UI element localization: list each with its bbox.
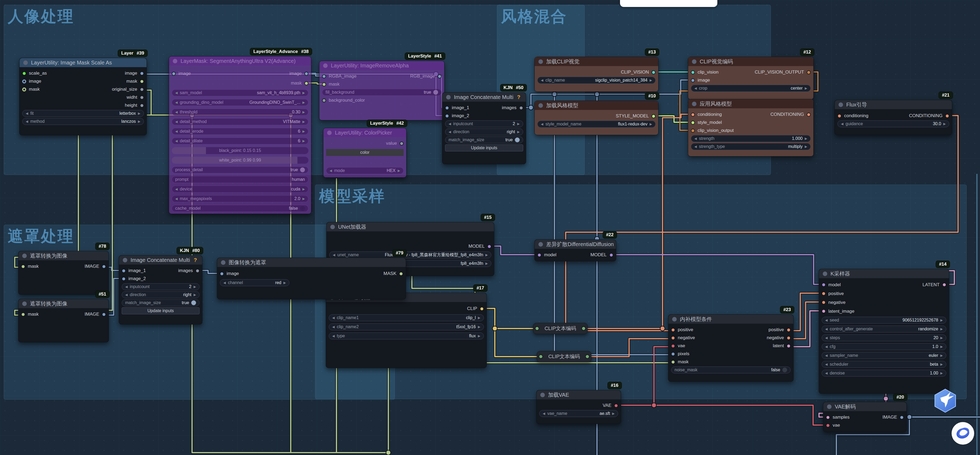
widget-inputcount[interactable]: ◀inputcount2▶ <box>445 120 523 127</box>
collapse-dot-icon[interactable] <box>540 393 545 397</box>
arrow-right-icon[interactable]: ▶ <box>302 91 305 95</box>
node-load-clip-vision[interactable]: 加载CLIP视觉#13CLIP_VISION◀clip_namesigclip_… <box>535 57 659 92</box>
toggle-dot[interactable] <box>191 301 196 305</box>
input-dot-RGBA_image[interactable] <box>322 74 326 78</box>
collapse-dot-icon[interactable] <box>22 254 27 258</box>
arrow-left-icon[interactable]: ◀ <box>825 363 827 366</box>
input-dot-image_2[interactable] <box>122 277 126 281</box>
arrow-left-icon[interactable]: ◀ <box>175 100 178 104</box>
collapse-dot-icon[interactable] <box>23 60 28 65</box>
toggle-dot[interactable] <box>433 90 438 95</box>
input-dot-image[interactable] <box>220 272 224 276</box>
node-titlebar[interactable]: 遮罩转换为图像 <box>19 299 108 308</box>
slider-widget[interactable]: black_point: 0.15 0.15 <box>172 147 309 154</box>
port-style_model[interactable]: style_model <box>691 120 722 125</box>
port-MODEL[interactable]: MODEL <box>469 244 492 249</box>
widget-denoise[interactable]: ◀denoise1.00▶ <box>822 370 946 377</box>
port-RGBA_image[interactable]: RGBA_image <box>322 73 356 79</box>
node-clip-text-encode-2[interactable]: CLIP文本编码 <box>537 351 591 362</box>
arrow-right-icon[interactable]: ▶ <box>302 110 305 114</box>
widget-crop[interactable]: ◀cropcenter▶ <box>691 85 811 92</box>
arrow-left-icon[interactable]: ◀ <box>25 119 28 123</box>
widget-clip_name[interactable]: ◀clip_namesigclip_vision_patch14_384▶ <box>537 77 655 84</box>
arrow-right-icon[interactable]: ▶ <box>940 371 943 375</box>
node-clip-text-encode-1[interactable]: CLIP文本编码 <box>533 323 588 334</box>
port-conditioning[interactable]: conditioning <box>837 113 869 118</box>
widget-match_image_size[interactable]: match_image_sizetrue <box>445 137 523 143</box>
input-dot-image[interactable] <box>22 80 26 83</box>
collapsed-input-dot[interactable] <box>535 326 539 331</box>
input-dot-mask[interactable] <box>671 360 675 364</box>
output-dot-latent[interactable] <box>787 344 791 348</box>
arrow-left-icon[interactable]: ◀ <box>825 371 827 375</box>
port-mask[interactable]: mask <box>21 312 39 317</box>
input-dot-positive[interactable] <box>822 291 826 296</box>
widget-noise_mask[interactable]: noise_maskfalse <box>671 366 791 374</box>
output-dot-negative[interactable] <box>787 336 791 340</box>
arrow-left-icon[interactable]: ◀ <box>175 110 178 114</box>
arrow-left-icon[interactable]: ◀ <box>332 316 335 320</box>
node-titlebar[interactable]: Image Concatenate Multi? <box>442 92 526 102</box>
arrow-right-icon[interactable]: ▶ <box>194 285 196 289</box>
arrow-right-icon[interactable]: ▶ <box>650 78 652 82</box>
arrow-right-icon[interactable]: ▶ <box>517 130 520 134</box>
port-clip_vision_output[interactable]: clip_vision_output <box>691 128 733 133</box>
port-mask[interactable]: mask <box>126 79 144 84</box>
arrow-right-icon[interactable]: ▶ <box>940 363 943 366</box>
arrow-left-icon[interactable]: ◀ <box>333 253 335 257</box>
widget-direction[interactable]: ◀directionright▶ <box>122 291 199 298</box>
port-clip_vision[interactable]: clip_vision <box>691 70 718 75</box>
arrow-left-icon[interactable]: ◀ <box>825 336 827 340</box>
input-dot-pixels[interactable] <box>671 352 675 356</box>
port-vae[interactable]: vae <box>671 343 685 348</box>
port-negative[interactable]: negative <box>822 300 845 305</box>
arrow-left-icon[interactable]: ◀ <box>175 129 178 133</box>
port-mask[interactable]: mask <box>322 81 340 87</box>
port-image[interactable]: image <box>220 271 239 276</box>
arrow-right-icon[interactable]: ▶ <box>302 120 305 124</box>
widget-cfg[interactable]: ◀cfg1.0▶ <box>822 343 946 350</box>
arrow-right-icon[interactable]: ▶ <box>478 316 480 320</box>
input-dot-background_color[interactable] <box>322 99 326 102</box>
button-update-inputs[interactable]: Update inputs <box>122 307 199 314</box>
output-dot-CLIP_VISION_OUTPUT[interactable] <box>807 70 811 74</box>
arrow-left-icon[interactable]: ◀ <box>825 354 827 357</box>
arrow-right-icon[interactable]: ▶ <box>940 327 943 331</box>
arrow-left-icon[interactable]: ◀ <box>125 285 127 289</box>
arrow-left-icon[interactable]: ◀ <box>175 120 178 124</box>
collapsed-output-dot[interactable] <box>585 355 590 359</box>
node-titlebar[interactable]: 遮罩转换为图像 <box>19 251 108 260</box>
port-CONDITIONING[interactable]: CONDITIONING <box>909 113 949 118</box>
output-dot-MODEL[interactable] <box>487 245 492 248</box>
port-height[interactable]: height <box>125 103 144 108</box>
collapsed-input-dot[interactable] <box>539 355 543 359</box>
port-positive[interactable]: positive <box>671 327 693 332</box>
arrow-left-icon[interactable]: ◀ <box>175 197 178 200</box>
port-pixels[interactable]: pixels <box>671 351 689 356</box>
node-titlebar[interactable]: LayerUtility: Image Mask Scale As <box>19 58 146 67</box>
output-dot-height[interactable] <box>140 103 144 108</box>
output-dot-IMAGE[interactable] <box>102 312 106 317</box>
slider-widget[interactable]: white_point: 0.99 0.99 <box>172 157 309 164</box>
port-VAE[interactable]: VAE <box>603 403 618 408</box>
arrow-left-icon[interactable]: ◀ <box>175 187 178 191</box>
input-dot-conditioning[interactable] <box>691 113 695 117</box>
top-menu-bar[interactable] <box>620 0 718 7</box>
output-dot-image[interactable] <box>304 72 309 76</box>
arrow-right-icon[interactable]: ▶ <box>940 336 943 340</box>
output-dot-CONDITIONING[interactable] <box>807 113 811 117</box>
input-dot-image_1[interactable] <box>122 269 126 273</box>
collapse-dot-icon[interactable] <box>123 258 127 262</box>
input-dot-mask[interactable] <box>21 312 25 317</box>
node-dual-clip-loader[interactable]: 双CLIP加载器#17CLIP◀clip_name1clip_l▶◀clip_n… <box>326 293 487 368</box>
arrow-right-icon[interactable]: ▶ <box>302 129 305 133</box>
output-dot-CLIP[interactable] <box>480 307 484 311</box>
arrow-right-icon[interactable]: ▶ <box>302 197 305 200</box>
widget-mode[interactable]: ◀modeHEX▶ <box>326 167 404 174</box>
port-image_1[interactable]: image_1 <box>445 105 469 110</box>
port-samples[interactable]: samples <box>826 415 850 420</box>
arrow-left-icon[interactable]: ◀ <box>841 122 843 126</box>
input-dot-model[interactable] <box>537 253 541 257</box>
node-titlebar[interactable]: 差异扩散DifferentialDiffusion <box>535 240 616 249</box>
port-image[interactable]: image <box>22 79 41 84</box>
